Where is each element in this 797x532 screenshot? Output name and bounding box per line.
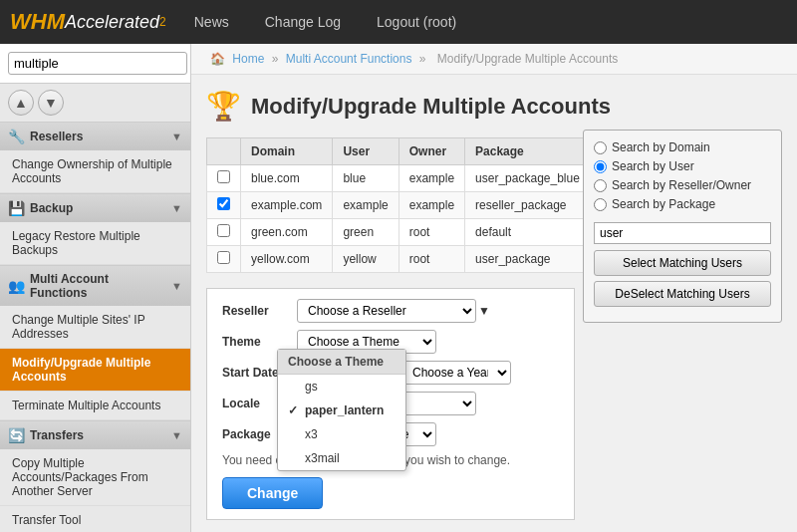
dropdown-item-paper-lantern[interactable]: ✓ paper_lantern [278,399,405,422]
deselect-matching-button[interactable]: DeSelect Matching Users [594,281,771,307]
sidebar: ✕ ▲ ▼ 🔧 Resellers ▼ Change Ownership of … [0,44,191,532]
sidebar-section-backup: 💾 Backup ▼ Legacy Restore Multiple Backu… [0,194,190,266]
cell-package-2: default [465,219,591,246]
page-title-icon: 🏆 [206,90,241,123]
sidebar-item-transfer-tool[interactable]: Transfer Tool [0,506,190,532]
col-owner: Owner [398,138,464,165]
reseller-arrow-icon: ▼ [478,304,490,318]
sidebar-section-multi-account-header[interactable]: 👥 Multi Account Functions ▼ [0,266,190,306]
cell-package-1: reseller_package [465,192,591,219]
cell-package-0: user_package_blue [465,165,591,192]
transfers-chevron: ▼ [171,429,182,441]
sidebar-item-copy-accounts[interactable]: Copy Multiple Accounts/Packages From Ano… [0,449,190,506]
panel-search-input[interactable] [594,222,771,244]
radio-row-domain: Search by Domain [594,140,771,154]
sidebar-item-legacy-restore[interactable]: Legacy Restore Multiple Backups [0,222,190,265]
sidebar-section-backup-header[interactable]: 💾 Backup ▼ [0,194,190,222]
col-user: User [333,138,398,165]
sidebar-item-modify-upgrade[interactable]: Modify/Upgrade Multiple Accounts [0,349,190,392]
sidebar-item-change-ip[interactable]: Change Multiple Sites' IP Addresses [0,306,190,349]
breadcrumb-home[interactable]: Home [232,52,264,66]
cell-user-0: blue [333,165,398,192]
layout: ✕ ▲ ▼ 🔧 Resellers ▼ Change Ownership of … [0,44,797,532]
search-panel: Search by Domain Search by User Search b… [583,130,782,323]
dropdown-item-x3[interactable]: x3 [278,422,405,446]
theme-dropdown: Choose a Theme gs ✓ paper_lantern x3 [277,349,406,471]
row-checkbox-0[interactable] [217,170,230,183]
dropdown-item-x3mail[interactable]: x3mail [278,446,405,470]
top-navigation: WHM Accelerated 2 News Change Log Logout… [0,0,797,44]
table-row: yellow.comyellowrootuser_package [207,246,591,273]
multi-account-label: Multi Account Functions [30,272,166,300]
backup-icon: 💾 [8,200,25,216]
select-matching-button[interactable]: Select Matching Users [594,250,771,276]
sidebar-section-transfers-header[interactable]: 🔄 Transfers ▼ [0,421,190,449]
accounts-tbody: blue.comblueexampleuser_package_blueexam… [207,165,591,273]
x3mail-label: x3mail [305,451,340,465]
logo-accelerated: Accelerated [65,12,159,33]
col-domain: Domain [241,138,333,165]
backup-label: Backup [30,201,73,215]
nav-logout[interactable]: Logout (root) [369,10,464,34]
sidebar-section-multi-account: 👥 Multi Account Functions ▼ Change Multi… [0,266,190,421]
radio-reseller-label: Search by Reseller/Owner [612,178,751,192]
sidebar-section-resellers-header[interactable]: 🔧 Resellers ▼ [0,123,190,150]
cell-user-3: yellow [333,246,398,273]
radio-by-package[interactable] [594,198,607,211]
multi-account-chevron: ▼ [171,280,182,292]
gs-label: gs [305,380,318,394]
nav-down-arrow[interactable]: ▼ [38,90,64,116]
change-button[interactable]: Change [222,477,323,509]
sidebar-section-resellers: 🔧 Resellers ▼ Change Ownership of Multip… [0,123,190,194]
logo: WHM Accelerated 2 [10,9,166,35]
radio-by-reseller[interactable] [594,179,607,192]
resellers-chevron: ▼ [171,131,182,142]
row-checkbox-1[interactable] [217,197,230,210]
row-checkbox-3[interactable] [217,251,230,264]
resellers-label: Resellers [30,130,83,143]
table-row: blue.comblueexampleuser_package_blue [207,165,591,192]
cell-domain-2: green.com [241,219,333,246]
cell-domain-0: blue.com [241,165,333,192]
breadcrumb-sep1: » [272,52,282,66]
sidebar-section-transfers: 🔄 Transfers ▼ Copy Multiple Accounts/Pac… [0,421,190,532]
nav-news[interactable]: News [186,10,237,34]
col-package: Package [465,138,591,165]
multi-account-icon: 👥 [8,278,25,294]
resellers-icon: 🔧 [8,129,25,144]
radio-by-user[interactable] [594,160,607,173]
cell-user-2: green [333,219,398,246]
radio-package-label: Search by Package [612,197,715,211]
reseller-select[interactable]: Choose a Reseller [297,299,476,323]
content-area: 🏆 Modify/Upgrade Multiple Accounts Domai… [191,75,797,532]
sidebar-item-terminate[interactable]: Terminate Multiple Accounts [0,392,190,420]
main-content: 🏠 Home » Multi Account Functions » Modif… [191,44,797,532]
form-row-reseller: Reseller Choose a Reseller ▼ [222,299,559,323]
dropdown-item-gs[interactable]: gs [278,375,405,399]
cell-owner-0: example [398,165,464,192]
paper-lantern-check: ✓ [288,403,300,417]
paper-lantern-label: paper_lantern [305,403,384,417]
radio-by-domain[interactable] [594,141,607,154]
breadcrumb-multi[interactable]: Multi Account Functions [286,52,412,66]
radio-row-reseller: Search by Reseller/Owner [594,178,771,192]
theme-label: Theme [222,335,297,349]
row-checkbox-2[interactable] [217,224,230,237]
radio-user-label: Search by User [612,159,694,173]
startdate-year-select[interactable]: Choose a Year [401,361,511,385]
search-input[interactable] [8,52,187,75]
reseller-label: Reseller [222,304,297,318]
cell-owner-1: example [398,192,464,219]
radio-row-package: Search by Package [594,197,771,211]
breadcrumb-current: Modify/Upgrade Multiple Accounts [437,52,618,66]
backup-chevron: ▼ [171,202,182,214]
cell-owner-3: root [398,246,464,273]
nav-up-arrow[interactable]: ▲ [8,90,34,116]
table-row: example.comexampleexamplereseller_packag… [207,192,591,219]
cell-package-3: user_package [465,246,591,273]
breadcrumb-sep2: » [419,52,429,66]
sidebar-item-change-ownership[interactable]: Change Ownership of Multiple Accounts [0,150,190,193]
table-row: green.comgreenrootdefault [207,219,591,246]
cell-user-1: example [333,192,398,219]
nav-changelog[interactable]: Change Log [257,10,349,34]
